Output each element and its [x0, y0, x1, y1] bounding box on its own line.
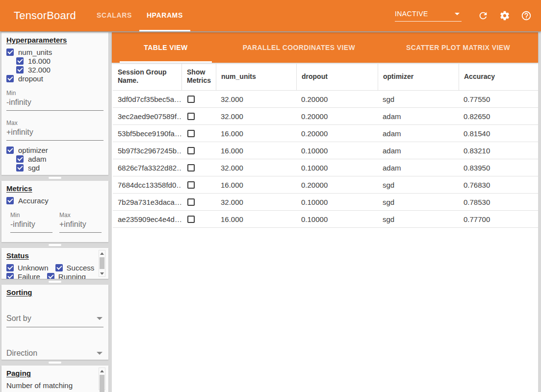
show-metrics-checkbox[interactable]: [187, 216, 195, 223]
scroll-up-icon[interactable]: [99, 250, 105, 256]
session-group-name: 3df0d7cf35bec5a…: [113, 91, 181, 107]
gear-icon[interactable]: [499, 10, 511, 22]
accuracy-value: 0.82650: [459, 108, 538, 124]
checkbox-label: Running: [58, 272, 86, 279]
num-units-value: 16.000: [216, 125, 296, 142]
optimizer-value: sgd: [378, 211, 459, 227]
drag-handle[interactable]: [49, 362, 61, 364]
optimizer-value: sgd: [378, 91, 459, 107]
panel-resize-divider[interactable]: [1, 360, 108, 366]
run-status-value: INACTIVE: [395, 10, 428, 18]
tab-table-view[interactable]: TABLE VIEW: [112, 32, 220, 63]
col-optimizer[interactable]: optimizer: [378, 63, 459, 90]
show-metrics-checkbox[interactable]: [187, 181, 195, 189]
scroll-up-icon[interactable]: [99, 368, 105, 374]
show-metrics-checkbox[interactable]: [187, 130, 195, 137]
tab-hparams[interactable]: HPARAMS: [139, 0, 190, 31]
show-metrics-checkbox[interactable]: [187, 198, 195, 206]
table-row[interactable]: 53bf5bece9190fa… 16.000 0.20000 adam 0.8…: [113, 125, 538, 142]
scroll-down-icon[interactable]: [99, 270, 105, 276]
hparam-row: optimizer: [6, 146, 103, 154]
show-metrics-checkbox[interactable]: [187, 147, 195, 154]
accuracy-checkbox[interactable]: [6, 197, 14, 204]
table-row[interactable]: 3ec2aed9e07589f… 32.000 0.20000 adam 0.8…: [113, 108, 538, 125]
accuracy-value: 0.77700: [459, 211, 538, 227]
optimizer-value: sgd: [378, 176, 459, 193]
col-accuracy[interactable]: Accuracy: [459, 63, 538, 90]
dropout-value: 0.20000: [296, 176, 378, 193]
scrollbar-thumb[interactable]: [100, 257, 104, 269]
scrollbar-thumb[interactable]: [100, 375, 104, 392]
panel-resize-divider[interactable]: [1, 175, 108, 181]
run-status-select[interactable]: INACTIVE: [395, 10, 462, 22]
hparam-value-row: 16.000: [6, 56, 103, 65]
col-session-group-name[interactable]: Session Group Name.: [113, 63, 181, 90]
table-row[interactable]: 3df0d7cf35bec5a… 32.000 0.20000 sgd 0.77…: [113, 91, 538, 108]
num-units-value: 16.000: [216, 142, 296, 159]
checkbox-label: Failure: [18, 272, 40, 279]
view-tabs: TABLE VIEW PARALLEL COORDINATES VIEW SCA…: [112, 32, 538, 63]
value-32-checkbox[interactable]: [16, 66, 24, 74]
status-unknown-checkbox[interactable]: [6, 264, 14, 271]
metrics-heading: Metrics: [6, 184, 103, 193]
hyperparameters-panel: Hyperparameters num_units 16.000 32.000 …: [1, 32, 108, 175]
tab-scalars[interactable]: SCALARS: [89, 0, 139, 31]
accuracy-value: 0.83950: [459, 159, 538, 176]
sorting-heading: Sorting: [6, 288, 103, 296]
optimizer-value: adam: [378, 159, 459, 176]
accuracy-min-input[interactable]: -infinity: [10, 219, 52, 233]
num-units-checkbox[interactable]: [6, 49, 14, 56]
checkbox-label: optimizer: [18, 146, 48, 154]
chevron-down-icon: [97, 317, 103, 320]
table-row[interactable]: ae235909ec4e4d… 16.000 0.10000 sgd 0.777…: [113, 211, 538, 228]
status-success-checkbox[interactable]: [55, 264, 63, 271]
optimizer-value: adam: [378, 142, 459, 159]
col-dropout[interactable]: dropout: [296, 63, 378, 90]
num-units-value: 16.000: [216, 176, 296, 193]
paging-scrollbar[interactable]: [99, 368, 105, 390]
help-icon[interactable]: [520, 10, 532, 22]
session-group-name: 3ec2aed9e07589f…: [113, 108, 181, 124]
panel-resize-divider[interactable]: [1, 242, 108, 248]
dropout-min-input[interactable]: -infinity: [6, 97, 103, 111]
table-row[interactable]: 5b97f3c2967245b… 16.000 0.10000 adam 0.8…: [113, 142, 538, 159]
hparam-value-row: sgd: [6, 163, 103, 172]
accuracy-max-input[interactable]: +infinity: [59, 219, 102, 233]
drag-handle[interactable]: [49, 281, 61, 283]
table-row[interactable]: 6826c7fa3322d82… 32.000 0.10000 adam 0.8…: [113, 159, 538, 176]
optimizer-value: adam: [378, 108, 459, 124]
status-running-checkbox[interactable]: [47, 273, 54, 279]
drag-handle[interactable]: [49, 244, 61, 246]
tab-parallel-coordinates-view[interactable]: PARALLEL COORDINATES VIEW: [220, 32, 378, 63]
session-group-name: 53bf5bece9190fa…: [113, 125, 181, 142]
checkbox-label: sgd: [28, 164, 40, 172]
status-scrollbar[interactable]: [99, 250, 105, 277]
show-metrics-checkbox[interactable]: [187, 96, 195, 103]
optimizer-checkbox[interactable]: [6, 147, 14, 154]
show-metrics-checkbox[interactable]: [187, 164, 195, 172]
direction-select[interactable]: Direction: [6, 349, 103, 360]
content: Hyperparameters num_units 16.000 32.000 …: [0, 31, 541, 392]
adam-checkbox[interactable]: [16, 155, 24, 163]
sort-by-select[interactable]: Sort by: [6, 314, 103, 327]
status-heading: Status: [6, 251, 103, 260]
col-num-units[interactable]: num_units: [216, 63, 296, 90]
drag-handle[interactable]: [49, 177, 61, 179]
num-units-value: 16.000: [216, 211, 296, 227]
sgd-checkbox[interactable]: [16, 164, 24, 172]
app-header: TensorBoard SCALARS HPARAMS INACTIVE: [0, 0, 541, 31]
dropout-max-input[interactable]: +infinity: [6, 126, 103, 141]
panel-resize-divider[interactable]: [1, 279, 108, 285]
status-failure-checkbox[interactable]: [6, 273, 14, 279]
table-row[interactable]: 7684dcc13358fd0… 16.000 0.20000 sgd 0.76…: [113, 176, 538, 194]
value-16-checkbox[interactable]: [16, 57, 24, 65]
paging-panel: Paging Number of matching session groups…: [1, 366, 108, 392]
tab-scatter-plot-matrix-view[interactable]: SCATTER PLOT MATRIX VIEW: [378, 32, 538, 63]
table-row[interactable]: 7b29a731e3daca… 32.000 0.10000 sgd 0.785…: [113, 194, 538, 211]
dropout-checkbox[interactable]: [6, 75, 14, 82]
hparam-value-row: 32.000: [6, 65, 103, 74]
table-header-row: Session Group Name. Show Metrics num_uni…: [113, 63, 538, 91]
refresh-icon[interactable]: [477, 10, 489, 22]
show-metrics-checkbox[interactable]: [187, 113, 195, 120]
num-units-value: 32.000: [216, 108, 296, 124]
